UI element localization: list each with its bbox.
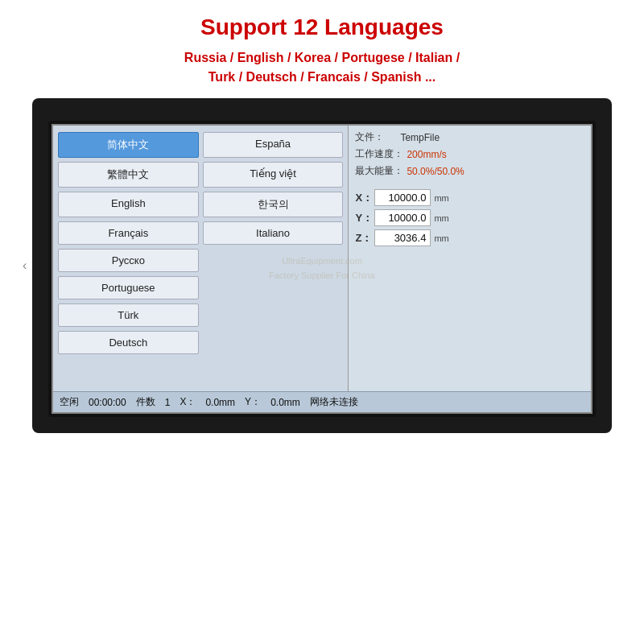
device-container: ‹ UltraEquipment.com Factory Supplier Fo… bbox=[32, 98, 612, 433]
status-time: 00:00:00 bbox=[89, 397, 126, 408]
lang-btn-russko[interactable]: Русско bbox=[58, 249, 199, 272]
status-pieces-label: 件数 bbox=[136, 395, 155, 409]
speed-label: 工作速度： bbox=[355, 147, 403, 161]
lang-panel: 简体中文 España 繁體中文 Tiếng việt bbox=[53, 126, 349, 391]
z-coord-value: 3036.4 bbox=[374, 229, 431, 246]
status-pieces-value: 1 bbox=[165, 397, 171, 408]
lang-btn-turk[interactable]: Türk bbox=[58, 303, 199, 327]
lang-btn-deutsch[interactable]: Deutsch bbox=[58, 331, 199, 354]
subtitle-line1: Russia / English / Korea / Portugese / I… bbox=[184, 51, 460, 64]
lang-btn-tieng-viet[interactable]: Tiếng việt bbox=[203, 162, 344, 188]
z-axis-label: Z： bbox=[355, 231, 373, 246]
status-x-label: X： bbox=[180, 395, 196, 409]
file-label: 文件： bbox=[355, 130, 397, 144]
info-panel: 文件： TempFile 工作速度： 200mm/s 最大能量： 50.0%/5… bbox=[349, 126, 591, 391]
x-axis-label: X： bbox=[355, 191, 373, 205]
main-title: Support 12 Languages bbox=[16, 14, 628, 40]
status-x-value: 0.0mm bbox=[205, 397, 235, 408]
lang-btn-espana[interactable]: España bbox=[203, 132, 344, 158]
lang-btn-simp-chinese[interactable]: 简体中文 bbox=[58, 132, 199, 158]
status-y-value: 0.0mm bbox=[270, 397, 300, 408]
y-axis-label: Y： bbox=[355, 211, 373, 225]
y-coord-value: 10000.0 bbox=[374, 209, 431, 226]
y-unit: mm bbox=[434, 213, 448, 223]
left-arrow-icon[interactable]: ‹ bbox=[23, 258, 27, 273]
lang-btn-portuguese[interactable]: Portuguese bbox=[58, 276, 199, 299]
lang-btn-italiano[interactable]: Italiano bbox=[203, 221, 344, 245]
screen-bezel: UltraEquipment.com Factory Supplier For … bbox=[48, 121, 596, 417]
y-coord-row: Y： 10000.0 mm bbox=[355, 209, 584, 226]
lcd-screen: UltraEquipment.com Factory Supplier For … bbox=[52, 124, 592, 414]
z-coord-row: Z： 3036.4 mm bbox=[355, 229, 584, 246]
x-coord-row: X： 10000.0 mm bbox=[355, 189, 584, 206]
lang-btn-francais[interactable]: Français bbox=[58, 221, 199, 245]
lang-btn-korean[interactable]: 한국의 bbox=[203, 192, 344, 217]
main-panel: 简体中文 España 繁體中文 Tiếng việt bbox=[53, 126, 591, 391]
file-row: 文件： TempFile bbox=[355, 130, 584, 144]
file-value: TempFile bbox=[400, 132, 584, 143]
power-row: 最大能量： 50.0%/50.0% bbox=[355, 164, 584, 178]
subtitle-line2: Turk / Deutsch / Francais / Spanish ... bbox=[208, 70, 436, 84]
power-value: 50.0%/50.0% bbox=[407, 166, 584, 177]
x-unit: mm bbox=[434, 193, 448, 203]
top-section: Support 12 Languages Russia / English / … bbox=[0, 0, 644, 98]
x-coord-value: 10000.0 bbox=[374, 189, 431, 206]
power-label: 最大能量： bbox=[355, 164, 403, 178]
z-unit: mm bbox=[434, 233, 448, 243]
screen-content: 简体中文 España 繁體中文 Tiếng việt bbox=[53, 126, 591, 412]
speed-row: 工作速度： 200mm/s bbox=[355, 147, 584, 161]
lang-btn-trad-chinese[interactable]: 繁體中文 bbox=[58, 162, 199, 188]
speed-value: 200mm/s bbox=[407, 149, 584, 160]
status-state: 空闲 bbox=[60, 395, 79, 409]
status-network: 网络未连接 bbox=[310, 395, 358, 409]
lang-btn-english[interactable]: English bbox=[58, 192, 199, 217]
status-bar: 空闲 00:00:00 件数 1 X： 0.0mm Y： 0.0mm 网络未连接 bbox=[53, 391, 591, 412]
status-y-label: Y： bbox=[245, 395, 261, 409]
subtitle: Russia / English / Korea / Portugese / I… bbox=[16, 48, 628, 87]
